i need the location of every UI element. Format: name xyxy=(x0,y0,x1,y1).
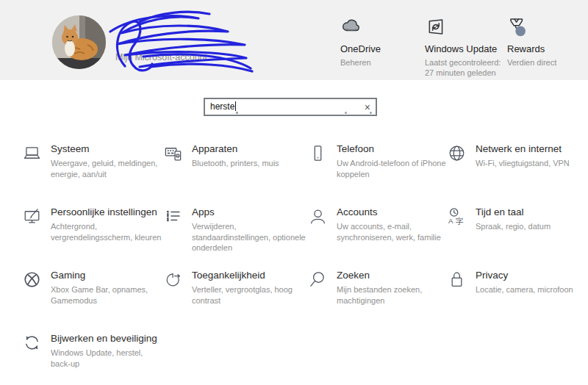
category-tile-phone[interactable]: Telefoon Uw Android-telefoon of iPhone k… xyxy=(308,143,447,206)
category-title: Apparaten xyxy=(192,143,279,155)
category-title: Toegankelijkheid xyxy=(192,269,308,281)
category-tile-search-magnifier[interactable]: Zoeken Mijn bestanden zoeken, machtiging… xyxy=(308,269,447,332)
svg-text:字: 字 xyxy=(455,217,463,226)
quick-link-subtitle: Beheren xyxy=(340,57,410,68)
category-tile-gaming-xbox[interactable]: Gaming Xbox Game Bar, opnames, Gamemodus xyxy=(22,269,163,332)
accounts-person-icon xyxy=(308,206,328,226)
category-tile-update-security-sync[interactable]: Bijwerken en beveiliging Windows Update,… xyxy=(22,332,163,385)
category-subtitle: Weergave, geluid, meldingen, energie, aa… xyxy=(51,158,163,179)
category-subtitle: Mijn bestanden zoeken, machtigingen xyxy=(337,284,447,306)
category-tile-system-laptop[interactable]: Systeem Weergave, geluid, meldingen, ene… xyxy=(22,143,163,206)
category-tile-personalization[interactable]: Persoonlijke instellingen Achtergrond, v… xyxy=(22,206,163,269)
svg-text:A: A xyxy=(448,217,453,225)
quick-link-title: Windows Update xyxy=(425,43,517,54)
quick-link-title: Rewards xyxy=(507,43,581,54)
category-subtitle: Xbox Game Bar, opnames, Gamemodus xyxy=(51,284,163,306)
category-subtitle: Uw accounts, e-mail, synchroniseren, wer… xyxy=(337,221,447,242)
category-title: Persoonlijke instellingen xyxy=(51,206,163,218)
category-title: Netwerk en internet xyxy=(476,143,570,155)
category-subtitle: Windows Update, herstel, back-up xyxy=(51,348,163,369)
onedrive-cloud-icon xyxy=(340,16,410,38)
user-avatar[interactable] xyxy=(52,15,106,69)
category-tile-time-language[interactable]: A字 Tijd en taal Spraak, regio, datum xyxy=(447,206,579,269)
category-title: Tijd en taal xyxy=(476,206,551,218)
category-title: Gaming xyxy=(51,269,163,281)
clear-search-icon[interactable]: × xyxy=(365,102,370,112)
category-subtitle: Verwijderen, standaardinstellingen, opti… xyxy=(192,221,308,253)
category-title: Accounts xyxy=(337,206,447,218)
category-title: Privacy xyxy=(476,269,573,281)
quick-link-title: OneDrive xyxy=(340,43,410,54)
search-magnifier-icon xyxy=(308,270,328,289)
category-subtitle: Uw Android-telefoon of iPhone koppelen xyxy=(337,158,447,179)
rewards-medal-icon xyxy=(507,16,581,38)
cat-photo xyxy=(52,15,106,69)
devices-keyboard-icon xyxy=(163,143,183,163)
account-subtitle-link[interactable]: Mijn Microsoft-account xyxy=(115,52,207,62)
settings-search-input[interactable]: herste × xyxy=(204,98,377,116)
category-tile-apps-list[interactable]: Apps Verwijderen, standaardinstellingen,… xyxy=(163,206,308,269)
phone-icon xyxy=(308,143,328,163)
quick-link-subtitle: Verdien direct xyxy=(507,57,581,68)
category-tile-devices-keyboard[interactable]: Apparaten Bluetooth, printers, muis xyxy=(163,143,308,206)
ink-scribble-annotation xyxy=(99,4,261,77)
category-tile-privacy-lock[interactable]: Privacy Locatie, camera, microfoon xyxy=(447,269,579,332)
quick-link-rewards[interactable]: Rewards Verdien direct xyxy=(507,16,581,68)
category-title: Telefoon xyxy=(337,143,447,155)
category-tile-network-globe[interactable]: Netwerk en internet Wi-Fi, vliegtuigstan… xyxy=(447,143,579,206)
category-title: Bijwerken en beveiliging xyxy=(51,332,163,345)
category-subtitle: Spraak, regio, datum xyxy=(476,221,551,232)
category-subtitle: Verteller, vergrootglas, hoog contrast xyxy=(192,284,308,306)
windows-update-sync-icon xyxy=(425,16,517,38)
category-tile-accessibility[interactable]: Toegankelijkheid Verteller, vergrootglas… xyxy=(163,269,308,332)
system-laptop-icon xyxy=(22,143,42,163)
update-security-sync-icon xyxy=(22,333,42,353)
category-subtitle: Wi-Fi, vliegtuigstand, VPN xyxy=(476,158,570,169)
category-title: Zoeken xyxy=(337,269,447,281)
search-query-text: herste xyxy=(205,99,234,115)
progress-dot xyxy=(345,112,347,114)
time-language-icon: A字 xyxy=(447,206,467,226)
gaming-xbox-icon xyxy=(22,270,42,289)
quick-link-onedrive[interactable]: OneDrive Beheren xyxy=(340,16,410,68)
quick-link-subtitle: Laatst gecontroleerd: 27 minuten geleden xyxy=(425,57,517,79)
network-globe-icon xyxy=(447,143,467,163)
windows-settings-home: Mijn Microsoft-account OneDrive Beheren … xyxy=(0,0,588,385)
category-title: Apps xyxy=(192,206,308,218)
progress-dot xyxy=(236,112,238,114)
category-tile-accounts-person[interactable]: Accounts Uw accounts, e-mail, synchronis… xyxy=(308,206,447,269)
category-subtitle: Locatie, camera, microfoon xyxy=(476,284,573,295)
personalization-icon xyxy=(22,206,42,226)
category-subtitle: Achtergrond, vergrendelingsscherm, kleur… xyxy=(51,221,163,242)
category-title: Systeem xyxy=(51,143,163,155)
quick-link-windows-update[interactable]: Windows Update Laatst gecontroleerd: 27 … xyxy=(425,16,517,79)
account-header: Mijn Microsoft-account OneDrive Beheren … xyxy=(0,0,588,80)
text-caret xyxy=(235,101,236,111)
privacy-lock-icon xyxy=(447,270,467,289)
settings-categories-grid: Systeem Weergave, geluid, meldingen, ene… xyxy=(22,143,579,385)
accessibility-icon xyxy=(163,270,183,289)
apps-list-icon xyxy=(163,206,183,226)
category-subtitle: Bluetooth, printers, muis xyxy=(192,158,279,169)
